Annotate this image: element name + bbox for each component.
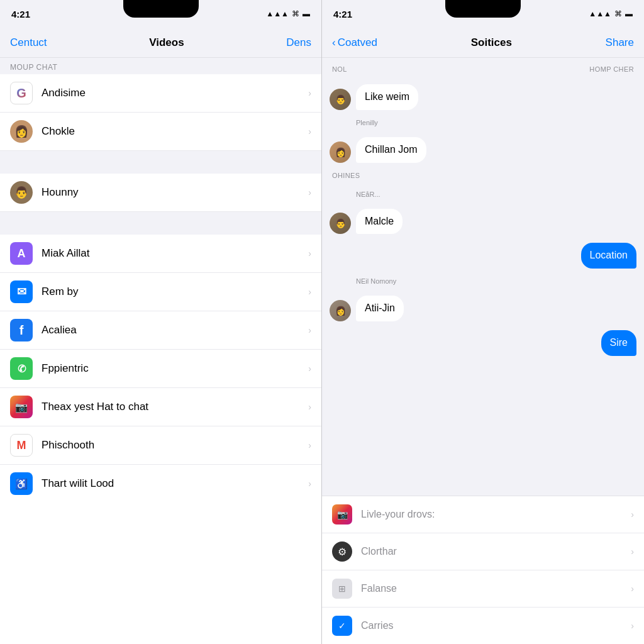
left-list: G Andisime 👩 Chokle 👨 Hounny A M	[0, 74, 321, 644]
app-list-item[interactable]: ⊞ Falanse	[322, 570, 644, 608]
chevron-icon	[308, 88, 311, 98]
left-notch	[123, 0, 199, 18]
message-row: Location	[330, 243, 636, 269]
right-time: 4:21	[333, 9, 352, 19]
right-back-button[interactable]: ‹ Coatved	[332, 36, 377, 49]
message-bubble: Location	[581, 243, 637, 269]
right-app-list: 📷 Livle-your drovs: ⚙ Clorthar ⊞ Falanse…	[322, 496, 644, 644]
avatar-icon: 👩	[10, 120, 33, 143]
battery-icon: ▬	[303, 9, 310, 18]
list-item[interactable]: M Phischooth	[0, 426, 321, 465]
item-label-remby: Rem by	[42, 286, 308, 298]
wifi-icon: ⌘	[292, 9, 299, 18]
back-chevron-icon: ‹	[332, 36, 336, 49]
app-item-label: Livle-your drovs:	[361, 509, 631, 520]
item-label-thart: Thart wilit Lood	[42, 477, 308, 490]
app-list-item[interactable]: ✓ Carries	[322, 608, 644, 644]
chevron-icon	[308, 479, 311, 489]
left-nav-action[interactable]: Dens	[286, 36, 311, 49]
chevron-icon	[631, 509, 634, 519]
nol-label: NOL	[332, 65, 347, 73]
ohines-label: Ohines	[332, 172, 636, 179]
app-item-label: Carries	[361, 620, 631, 631]
list-item[interactable]: A Miak Aillat	[0, 235, 321, 273]
right-status-icons: ▲▲▲ ⌘ ▬	[589, 9, 633, 18]
avatar: 👩	[330, 142, 351, 163]
chevron-icon	[631, 547, 634, 557]
message-row: 👩 Chillan Jom	[330, 137, 636, 163]
message-row: Sire	[330, 330, 636, 356]
avatar: 👩	[330, 300, 351, 321]
gmail-icon: M	[10, 434, 33, 457]
message-bubble: Like weim	[356, 84, 418, 110]
chevron-icon	[308, 364, 311, 374]
list-item[interactable]: f Acaliea	[0, 311, 321, 350]
avatar: 👨	[330, 89, 351, 110]
message-bubble: Atii-Jin	[356, 296, 404, 321]
left-panel: 4:21 ▲▲▲ ⌘ ▬ Centuct Videos Dens MOUP CH…	[0, 0, 322, 644]
left-time: 4:21	[11, 9, 30, 19]
item-label-chokle: Chokle	[42, 125, 308, 138]
item-label-appie: Fppientric	[42, 362, 308, 375]
homecher-label: HOMP CHER	[589, 65, 634, 73]
list-item[interactable]: ✉ Rem by	[0, 273, 321, 311]
chevron-icon	[308, 248, 311, 258]
left-status-bar: 4:21 ▲▲▲ ⌘ ▬	[0, 0, 321, 28]
phone-icon: ✆	[10, 357, 33, 380]
purple-icon: A	[10, 242, 33, 265]
right-nav-title: Soitices	[471, 36, 512, 49]
list-item[interactable]: G Andisime	[0, 74, 321, 113]
item-label-hounny: Hounny	[42, 186, 308, 199]
right-nav-bar: ‹ Coatved Soitices Share	[322, 28, 644, 58]
right-notch	[445, 0, 521, 18]
chevron-icon	[308, 287, 311, 297]
group-chat-header: MOUP CHAT	[0, 58, 321, 74]
signal-icon: ▲▲▲	[589, 9, 611, 18]
instagram-icon: 📷	[332, 504, 352, 525]
chat-container: NOL HOMP CHER 👨 Like weim Plenilly 👩 Chi…	[322, 58, 644, 496]
right-nav-action[interactable]: Share	[606, 36, 634, 49]
message-bubble: Malcle	[356, 209, 402, 235]
section-divider	[0, 151, 321, 174]
chevron-icon	[631, 584, 634, 594]
avatar-icon: 👨	[10, 181, 33, 204]
avatar: 👨	[330, 213, 351, 234]
item-label-theax: Theax yest Hat to chat	[42, 401, 308, 413]
near-label: NEåR...	[356, 191, 636, 198]
signal-icon: ▲▲▲	[266, 9, 289, 18]
app-list-item[interactable]: 📷 Livle-your drovs:	[322, 496, 644, 533]
left-nav-title: Videos	[149, 36, 184, 49]
checkmark-icon: ✓	[332, 616, 352, 636]
github-icon: ⚙	[332, 541, 352, 562]
chevron-icon	[308, 402, 311, 412]
app-list-item[interactable]: ⚙ Clorthar	[322, 533, 644, 570]
item-label-miak: Miak Aillat	[42, 247, 308, 260]
message-bubble: Sire	[601, 330, 636, 356]
list-item[interactable]: ✆ Fppientric	[0, 350, 321, 388]
list-item[interactable]: 👨 Hounny	[0, 174, 321, 212]
message-row: 👨 Like weim	[330, 84, 636, 110]
chevron-icon	[631, 621, 634, 631]
list-item[interactable]: ♿ Thart wilit Lood	[0, 465, 321, 502]
right-status-bar: 4:21 ▲▲▲ ⌘ ▬	[322, 0, 644, 28]
mail-icon: ✉	[10, 280, 33, 303]
item-label-phisch: Phischooth	[42, 439, 308, 452]
chevron-icon	[308, 187, 311, 197]
section-divider	[0, 212, 321, 235]
left-back-button[interactable]: Centuct	[10, 36, 47, 49]
message-bubble: Chillan Jom	[356, 137, 426, 163]
google-icon: G	[10, 82, 33, 104]
item-label-acalia: Acaliea	[42, 324, 308, 336]
app-item-label: Clorthar	[361, 546, 631, 557]
battery-icon: ▬	[625, 9, 633, 18]
app-item-label: Falanse	[361, 583, 631, 594]
instagram-icon: 📷	[10, 396, 33, 418]
message-row: 👩 Atii-Jin	[330, 296, 636, 321]
list-item[interactable]: 👩 Chokle	[0, 113, 321, 151]
accessibility-icon: ♿	[10, 472, 33, 495]
left-nav-bar: Centuct Videos Dens	[0, 28, 321, 58]
list-item[interactable]: 📷 Theax yest Hat to chat	[0, 388, 321, 426]
neil-label: NEil Nomony	[356, 277, 636, 285]
right-panel: 4:21 ▲▲▲ ⌘ ▬ ‹ Coatved Soitices Share NO…	[322, 0, 644, 644]
message-group: 👨 Like weim	[330, 84, 636, 110]
